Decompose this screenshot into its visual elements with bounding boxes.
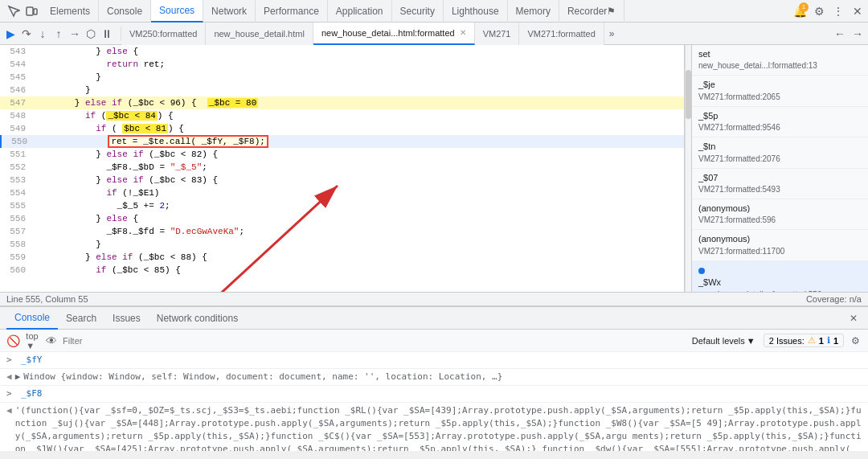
svg-rect-0 bbox=[27, 7, 33, 15]
step-into-icon[interactable]: ↓ bbox=[35, 27, 50, 41]
close-console-button[interactable]: ✕ bbox=[845, 310, 862, 326]
step-over-icon[interactable]: ↷ bbox=[19, 27, 34, 41]
filter-input[interactable] bbox=[63, 336, 684, 346]
console-line-4: ◀ '(function(){var _$sf=0,_$OZ=$_ts.scj,… bbox=[0, 403, 868, 451]
code-line-560: 560 if (_$bc < 85) { bbox=[0, 264, 684, 277]
notification-icon[interactable]: 🔔 1 bbox=[792, 4, 807, 18]
code-editor: 543 } else { 544 return ret; 545 } 546 } bbox=[0, 45, 685, 292]
warning-icon: ⚠ bbox=[808, 335, 816, 346]
code-line-546: 546 } bbox=[0, 84, 684, 96]
cs-je[interactable]: _$je VM271:formatted:2065 bbox=[692, 76, 868, 106]
code-line-551: 551 } else if (_$bc < 82) { bbox=[0, 148, 684, 161]
device-toggle-icon[interactable] bbox=[24, 4, 39, 18]
status-bar: Line 555, Column 55 Coverage: n/a bbox=[0, 292, 868, 306]
settings-icon[interactable]: ⚙ bbox=[812, 4, 826, 18]
console-tab-search[interactable]: Search bbox=[58, 307, 104, 330]
cs-set[interactable]: set new_house_detai...l:formatted:13 bbox=[692, 45, 868, 76]
code-line-548: 548 if (_$bc < 84) { bbox=[0, 109, 684, 122]
code-line-547: 547 } else if (_$bc < 96) { _$bc = 80 bbox=[0, 96, 684, 109]
console-output: > _$fY ◀ ▶ Window {window: Window, self:… bbox=[0, 352, 868, 451]
cs-wx-active[interactable]: _$Wx new_house_detail...:formatted:550 bbox=[692, 261, 868, 292]
close-file-tab[interactable]: ✕ bbox=[460, 28, 466, 37]
line-col: Line 555, Column 55 bbox=[6, 294, 88, 304]
cs-07[interactable]: _$07 VM271:formatted:5493 bbox=[692, 169, 868, 199]
tab-console[interactable]: Console bbox=[99, 0, 151, 23]
scrollbar-thumb[interactable] bbox=[686, 70, 691, 119]
code-line-545: 545 } bbox=[0, 71, 684, 84]
code-line-553: 553 } else if (_$bc < 83) { bbox=[0, 174, 684, 186]
top-frame-selector[interactable]: top ▼ bbox=[24, 333, 40, 349]
cs-anon1[interactable]: (anonymous) VM271:formatted:596 bbox=[692, 199, 868, 230]
code-line-558: 558 } bbox=[0, 238, 684, 251]
file-tab-new-house-formatted[interactable]: new_house_detai...html:formatted ✕ bbox=[313, 23, 475, 45]
issues-badge[interactable]: 2 Issues: ⚠ 1 ℹ 1 bbox=[764, 334, 844, 347]
console-line-1: > _$fY bbox=[0, 352, 868, 369]
active-dot bbox=[698, 268, 705, 274]
console-tab-issues[interactable]: Issues bbox=[104, 307, 149, 330]
toolbar-right: 🔔 1 ⚙ ⋮ ✕ bbox=[792, 4, 865, 18]
devtools-tab-bar: Elements Console Sources Network Perform… bbox=[0, 0, 868, 23]
call-stack-panel: set new_house_detai...l:formatted:13 _$j… bbox=[691, 45, 868, 292]
chevron-down-icon: ▼ bbox=[747, 336, 755, 346]
code-line-543: 543 } else { bbox=[0, 45, 684, 58]
more-file-tabs[interactable]: » bbox=[604, 28, 620, 39]
next-location-icon[interactable]: → bbox=[850, 27, 865, 41]
console-tab-console[interactable]: Console bbox=[6, 307, 58, 330]
tab-sources[interactable]: Sources bbox=[151, 0, 203, 23]
console-tab-network-conditions[interactable]: Network conditions bbox=[149, 307, 246, 330]
file-tab-vm271-formatted[interactable]: VM271:formatted bbox=[519, 23, 604, 45]
console-settings-icon[interactable]: ⚙ bbox=[847, 333, 863, 349]
tab-security[interactable]: Security bbox=[392, 0, 444, 23]
code-line-559: 559 } else if (_$bc < 88) { bbox=[0, 251, 684, 264]
code-line-556: 556 } else { bbox=[0, 212, 684, 225]
coverage: Coverage: n/a bbox=[806, 294, 862, 304]
code-line-557: 557 _$F8._$fd = "D.ecGwAveKa"; bbox=[0, 225, 684, 238]
code-line-550: 550 ret = _$te.call( _$fY, _$F8); bbox=[0, 135, 684, 148]
code-line-552: 552 _$F8._$bD = "_$_5"; bbox=[0, 161, 684, 174]
close-devtools-icon[interactable]: ✕ bbox=[850, 4, 865, 18]
editor-scrollbar[interactable] bbox=[685, 45, 691, 292]
tab-application[interactable]: Application bbox=[328, 0, 392, 23]
expand-icon[interactable]: ▶ bbox=[15, 371, 21, 383]
console-toolbar: 🚫 top ▼ 👁 Default levels ▼ 2 Issues: ⚠ 1… bbox=[0, 330, 868, 352]
eye-icon[interactable]: 👁 bbox=[43, 333, 59, 349]
cs-anon2[interactable]: (anonymous) VM271:formatted:11700 bbox=[692, 230, 868, 260]
tab-recorder[interactable]: Recorder ⚑ bbox=[559, 0, 624, 23]
step-out-icon[interactable]: ↑ bbox=[51, 27, 66, 41]
resume-icon[interactable]: ▶ bbox=[3, 27, 18, 41]
console-line-2: ◀ ▶ Window {window: Window, self: Window… bbox=[0, 369, 868, 386]
default-levels-dropdown[interactable]: Default levels ▼ bbox=[687, 336, 760, 346]
tab-memory[interactable]: Memory bbox=[508, 0, 559, 23]
code-line-544: 544 return ret; bbox=[0, 58, 684, 71]
tab-lighthouse[interactable]: Lighthouse bbox=[444, 0, 508, 23]
file-tab-vm250[interactable]: VM250:formatted bbox=[121, 23, 206, 45]
step-icon[interactable]: → bbox=[68, 27, 82, 41]
console-line-3: > _$F8 bbox=[0, 386, 868, 403]
more-options-icon[interactable]: ⋮ bbox=[831, 4, 845, 18]
main-tabs: Elements Console Sources Network Perform… bbox=[42, 0, 624, 23]
tab-elements[interactable]: Elements bbox=[42, 0, 99, 23]
cs-tn[interactable]: _$tn VM271:formatted:2076 bbox=[692, 137, 868, 168]
file-tab-vm271[interactable]: VM271 bbox=[475, 23, 520, 45]
tab-performance[interactable]: Performance bbox=[256, 0, 328, 23]
clear-console-icon[interactable]: 🚫 bbox=[5, 333, 21, 349]
inspect-icon[interactable] bbox=[6, 4, 21, 18]
debug-controls: ▶ ↷ ↓ ↑ → ⬡ ⏸ bbox=[3, 27, 121, 41]
deactivate-breakpoints-icon[interactable]: ⬡ bbox=[84, 27, 98, 41]
cs-5p[interactable]: _$5p VM271:formatted:9546 bbox=[692, 107, 868, 137]
code-line-554: 554 if (!_$E1) bbox=[0, 186, 684, 199]
code-line-555: 555 _$_5 += 2; bbox=[0, 199, 684, 212]
file-tab-new-house[interactable]: new_house_detail.html bbox=[206, 23, 313, 45]
code-content: 543 } else { 544 return ret; 545 } 546 } bbox=[0, 45, 684, 292]
code-line-549: 549 if ( $bc < 81) { bbox=[0, 122, 684, 135]
pause-exceptions-icon[interactable]: ⏸ bbox=[100, 27, 114, 41]
previous-location-icon[interactable]: ← bbox=[833, 27, 847, 41]
console-tabs: Console Search Issues Network conditions… bbox=[0, 307, 868, 330]
console-area: Console Search Issues Network conditions… bbox=[0, 306, 868, 451]
tab-network[interactable]: Network bbox=[203, 0, 256, 23]
info-icon: ℹ bbox=[827, 335, 830, 346]
svg-rect-1 bbox=[34, 9, 37, 14]
main-content-area: 543 } else { 544 return ret; 545 } 546 } bbox=[0, 45, 868, 292]
file-tabs-row: ▶ ↷ ↓ ↑ → ⬡ ⏸ VM250:formatted new_house_… bbox=[0, 23, 868, 45]
editor-controls-right: ← → bbox=[833, 27, 865, 41]
